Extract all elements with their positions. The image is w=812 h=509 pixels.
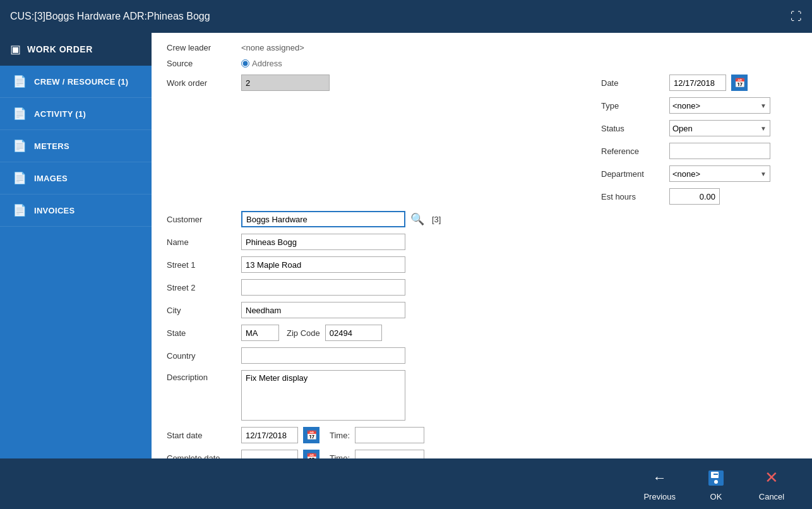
street1-label: Street 1 [167, 260, 236, 270]
svg-point-2 [713, 479, 719, 484]
start-date-calendar-icon[interactable]: 📅 [303, 427, 319, 443]
crew-resource-label: CREW / RESOURCE (1) [34, 77, 128, 87]
start-date-input[interactable] [241, 427, 298, 443]
source-radio-label[interactable]: Address [241, 59, 282, 68]
name-row: Name [167, 234, 797, 250]
est-hours-label: Est hours [601, 192, 664, 201]
sidebar-item-images[interactable]: 📄 IMAGES [0, 162, 152, 195]
state-input[interactable] [241, 325, 279, 341]
cancel-button[interactable]: ✕ Cancel [746, 462, 797, 506]
street1-row: Street 1 [167, 256, 797, 273]
ok-icon: ▬ [705, 467, 727, 489]
main-container: ▣ WORK ORDER 📄 CREW / RESOURCE (1) 📄 ACT… [0, 33, 812, 458]
crew-leader-value: <none assigned> [241, 43, 304, 52]
customer-row: Customer 🔍 [3] [167, 211, 797, 227]
city-input[interactable] [241, 302, 405, 318]
start-time-input[interactable] [355, 427, 424, 443]
date-label: Date [601, 78, 664, 88]
department-select[interactable]: <none> [669, 165, 770, 182]
customer-search-icon[interactable]: 🔍 [410, 212, 424, 226]
status-label: Status [601, 124, 664, 133]
sidebar-header-label: WORK ORDER [27, 44, 93, 54]
start-date-label: Start date [167, 431, 236, 440]
complete-date-calendar-icon[interactable]: 📅 [303, 450, 319, 458]
country-input[interactable] [241, 347, 405, 364]
previous-button[interactable]: ← Previous [633, 462, 686, 506]
activity-label: ACTIVITY (1) [34, 109, 86, 119]
ok-button[interactable]: ▬ OK [691, 462, 741, 506]
meters-label: METERS [34, 141, 69, 151]
type-label: Type [601, 101, 664, 111]
country-label: Country [167, 351, 236, 361]
svg-text:▬: ▬ [713, 471, 718, 476]
description-textarea[interactable]: Fix Meter display [241, 370, 405, 421]
source-label: Source [167, 59, 236, 68]
sidebar-item-meters[interactable]: 📄 METERS [0, 130, 152, 162]
status-row: Status Open [601, 120, 797, 136]
date-calendar-icon[interactable]: 📅 [731, 75, 748, 91]
sidebar-item-activity[interactable]: 📄 ACTIVITY (1) [0, 98, 152, 130]
invoices-icon: 📄 [13, 203, 27, 217]
type-select-wrapper: <none> [669, 97, 770, 114]
type-select[interactable]: <none> [669, 97, 770, 114]
complete-time-label: Time: [330, 453, 350, 459]
date-input[interactable] [669, 75, 726, 91]
crew-resource-icon: 📄 [13, 75, 27, 88]
expand-button[interactable]: ⛶ [791, 10, 802, 23]
customer-label: Customer [167, 215, 236, 224]
invoices-label: INVOICES [34, 206, 75, 215]
complete-time-input[interactable] [355, 450, 424, 458]
reference-row: Reference [601, 143, 797, 159]
est-hours-row: Est hours [601, 188, 797, 205]
title-bar: CUS:[3]Boggs Hardware ADR:Phineas Bogg ⛶ [0, 0, 812, 33]
ok-label: OK [710, 492, 722, 501]
footer: ← Previous ▬ OK ✕ Cancel [0, 458, 812, 509]
type-row: Type <none> [601, 97, 797, 114]
window-title: CUS:[3]Boggs Hardware ADR:Phineas Bogg [10, 11, 210, 22]
work-order-row: Work order [167, 75, 601, 91]
activity-icon: 📄 [13, 107, 27, 121]
country-row: Country [167, 347, 797, 364]
previous-icon: ← [648, 467, 671, 489]
city-label: City [167, 306, 236, 315]
street1-input[interactable] [241, 256, 405, 273]
complete-date-input[interactable] [241, 450, 298, 458]
crew-leader-label: Crew leader [167, 43, 236, 52]
zip-code-label: Zip Code [287, 328, 320, 338]
work-order-label: Work order [167, 78, 236, 88]
street2-input[interactable] [241, 279, 405, 296]
department-select-wrapper: <none> [669, 165, 770, 182]
reference-label: Reference [601, 147, 664, 156]
street2-label: Street 2 [167, 283, 236, 292]
customer-input[interactable] [241, 211, 405, 227]
cancel-icon: ✕ [760, 467, 783, 489]
complete-date-label: Complete date [167, 453, 236, 459]
images-label: IMAGES [34, 174, 68, 183]
reference-input[interactable] [669, 143, 770, 159]
name-label: Name [167, 237, 236, 247]
sidebar-header: ▣ WORK ORDER [0, 33, 152, 66]
content-area: Crew leader <none assigned> Source Addre… [152, 33, 812, 458]
est-hours-input[interactable] [669, 188, 720, 205]
city-row: City [167, 302, 797, 318]
description-label: Description [167, 370, 236, 382]
previous-label: Previous [643, 492, 676, 501]
status-select[interactable]: Open [669, 120, 770, 136]
start-time-label: Time: [330, 431, 350, 440]
state-label: State [167, 328, 236, 338]
start-date-row: Start date 📅 Time: [167, 427, 797, 443]
sidebar-item-invoices[interactable]: 📄 INVOICES [0, 195, 152, 227]
customer-id: [3] [432, 215, 441, 224]
right-panel: Date 📅 Type <none> Status [601, 75, 797, 211]
zipcode-input[interactable] [325, 325, 382, 341]
meters-icon: 📄 [13, 139, 27, 153]
name-input[interactable] [241, 234, 405, 250]
work-order-input [241, 75, 330, 91]
date-row: Date 📅 [601, 75, 797, 91]
street2-row: Street 2 [167, 279, 797, 296]
status-select-wrapper: Open [669, 120, 770, 136]
source-row: Source Address [167, 59, 797, 68]
source-radio[interactable] [241, 59, 249, 68]
state-zip-row: State Zip Code [167, 325, 797, 341]
sidebar-item-crew-resource[interactable]: 📄 CREW / RESOURCE (1) [0, 66, 152, 98]
